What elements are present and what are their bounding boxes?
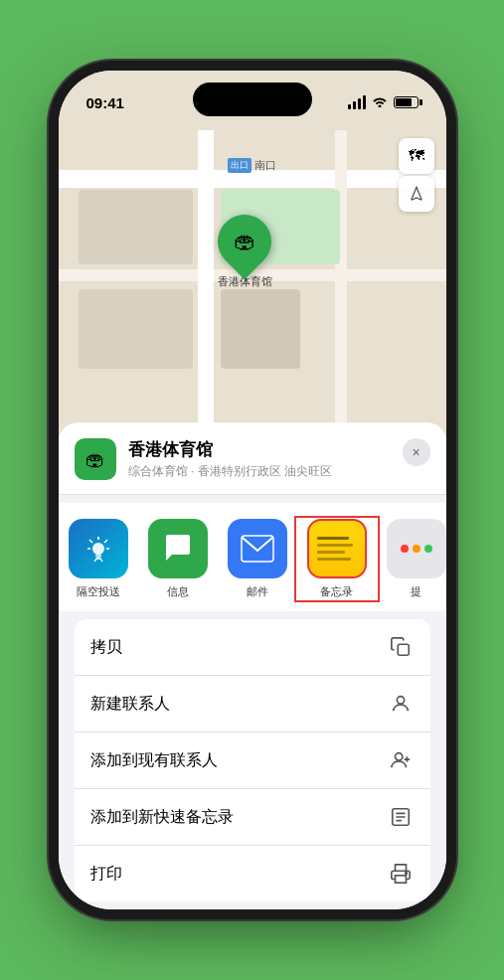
action-print-label: 打印 [90, 864, 122, 885]
wifi-icon [372, 94, 388, 110]
print-icon [387, 860, 415, 888]
mail-icon [228, 519, 287, 578]
close-button[interactable]: × [403, 438, 430, 466]
airdrop-icon [69, 519, 128, 578]
action-new-contact[interactable]: 新建联系人 [75, 676, 430, 733]
share-row: 隔空投送 信息 [59, 503, 446, 611]
share-notes[interactable]: 备忘录 [297, 519, 377, 599]
more-label: 提 [411, 584, 421, 599]
share-messages[interactable]: 信息 [138, 519, 218, 599]
signal-bars-icon [348, 95, 366, 109]
action-add-notes-label: 添加到新快速备忘录 [90, 807, 234, 828]
action-list: 拷贝 新建联系人 添加到现有联系人 [75, 619, 430, 901]
note-icon [387, 803, 415, 831]
venue-icon: 🏟 [75, 438, 116, 480]
share-mail[interactable]: 邮件 [218, 519, 297, 599]
messages-icon [148, 519, 208, 578]
map-area-label: 出口 南口 [228, 158, 276, 173]
airdrop-label: 隔空投送 [77, 584, 120, 599]
action-add-existing-label: 添加到现有联系人 [90, 750, 218, 771]
svg-rect-8 [395, 876, 406, 883]
phone-frame: 09:41 出口 南口 [59, 71, 446, 909]
svg-point-9 [405, 873, 407, 875]
svg-point-6 [395, 753, 402, 760]
map-location-button[interactable] [399, 176, 434, 212]
mail-label: 邮件 [247, 584, 268, 599]
messages-label: 信息 [167, 584, 189, 599]
action-print[interactable]: 打印 [75, 846, 430, 901]
action-copy-label: 拷贝 [90, 637, 122, 658]
notes-icon [307, 519, 367, 578]
share-airdrop[interactable]: 隔空投送 [59, 519, 138, 599]
venue-description: 综合体育馆 · 香港特别行政区 油尖旺区 [128, 463, 403, 480]
action-add-notes[interactable]: 添加到新快速备忘录 [75, 789, 430, 846]
map-pin: 🏟 香港体育馆 [218, 215, 272, 289]
svg-rect-4 [398, 644, 409, 655]
map-pin-icon: 🏟 [234, 229, 255, 254]
bottom-sheet: 🏟 香港体育馆 综合体育馆 · 香港特别行政区 油尖旺区 × [59, 422, 446, 909]
battery-icon [394, 96, 419, 108]
action-add-existing[interactable]: 添加到现有联系人 [75, 733, 430, 789]
venue-name: 香港体育馆 [128, 438, 403, 461]
dynamic-island [193, 82, 312, 116]
venue-info: 香港体育馆 综合体育馆 · 香港特别行政区 油尖旺区 [128, 438, 403, 480]
status-time: 09:41 [86, 94, 124, 111]
svg-rect-2 [242, 536, 273, 562]
venue-header: 🏟 香港体育馆 综合体育馆 · 香港特别行政区 油尖旺区 × [59, 422, 446, 495]
person-add-icon [387, 746, 415, 774]
map-controls: 🗺 [399, 138, 434, 212]
person-icon [387, 690, 415, 718]
svg-point-5 [397, 697, 404, 704]
share-more[interactable]: 提 [377, 519, 446, 599]
map-layers-button[interactable]: 🗺 [399, 138, 434, 174]
action-copy[interactable]: 拷贝 [75, 619, 430, 676]
svg-point-1 [95, 553, 101, 559]
notes-label: 备忘录 [320, 584, 353, 599]
status-icons [348, 94, 419, 110]
more-icon [387, 519, 446, 578]
action-new-contact-label: 新建联系人 [90, 694, 170, 715]
copy-icon [387, 633, 415, 661]
